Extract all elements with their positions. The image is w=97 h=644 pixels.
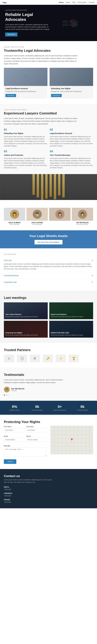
member-role-0: Office Manager bbox=[4, 224, 25, 225]
nav-links: Home About FAQ Pricing Plan Contact bbox=[59, 2, 95, 3]
experienced-desc: Lorem ipsum dolor sit amet, consectetur … bbox=[4, 117, 79, 125]
submit-button[interactable]: Submit bbox=[4, 459, 16, 464]
hero-cta-button[interactable]: Read More bbox=[5, 32, 17, 36]
last-name-input[interactable] bbox=[26, 428, 47, 432]
trustworthy-tag: EXPERT LAW SOLUTIONS bbox=[4, 46, 93, 48]
stat-label-0: Satisfied Clients bbox=[4, 409, 25, 411]
experienced-title: Experienced Lawyers Committed bbox=[4, 111, 93, 115]
service-item-1[interactable]: Criminal Defense ∨ bbox=[4, 272, 93, 279]
meeting-title-0: Your Justice Partners bbox=[5, 314, 38, 315]
first-name-label: First Name bbox=[4, 426, 24, 428]
chevron-icon-2: ∨ bbox=[92, 280, 93, 284]
lawyer-title-1: Legal Excellence Assured bbox=[50, 132, 93, 134]
contact-title: Contact us bbox=[4, 474, 93, 478]
card-defending-btn[interactable]: Read More bbox=[51, 94, 62, 97]
cta-title: Your Legal Shields Awaits bbox=[4, 234, 93, 238]
lawyer-desc-1: Lorem ipsum dolor sit amet, consectetur … bbox=[50, 136, 93, 147]
stat-3: 0k Corrupt Penalties bbox=[72, 404, 93, 411]
services-tag: OUR SERVICES bbox=[4, 254, 93, 255]
stat-2: 0+ Award Recognitions bbox=[49, 404, 71, 411]
nav-pricing[interactable]: Pricing Plan bbox=[78, 2, 87, 3]
team-member-2: 👩 bbox=[49, 208, 71, 225]
dot-0[interactable] bbox=[4, 394, 5, 396]
lawyer-title-3: Your Trusted Advocates bbox=[50, 154, 93, 156]
testimonial-avatar: 👩 bbox=[4, 386, 10, 392]
stat-num-0: 0% bbox=[4, 404, 25, 409]
member-role-1: Sales Manager bbox=[26, 224, 48, 225]
testimonial-name: NAT REYNOLDS bbox=[11, 388, 24, 390]
card-defending-image: 🏛 bbox=[50, 68, 93, 86]
phone-label: Phone bbox=[4, 499, 93, 501]
card-legal-text: Sample link. Click to select the Text El… bbox=[5, 90, 46, 93]
team-member-0: 👩 CELIA ALMEIDA Office Manager bbox=[4, 208, 25, 225]
stat-label-1: Expert Advocates bbox=[26, 409, 48, 411]
team-section: 👩 CELIA ALMEIDA Office Manager 👨 JACK AL… bbox=[0, 200, 97, 230]
message-textarea[interactable] bbox=[4, 447, 47, 456]
service-item-2[interactable]: Corporate Law ∨ bbox=[4, 279, 93, 286]
stat-label-2: Award Recognitions bbox=[49, 409, 71, 411]
card-defending-text: Sample link. Click to select the Text El… bbox=[51, 90, 92, 93]
contact-desc: Lorem ipsum dolor sit amet consectetur a… bbox=[4, 479, 56, 484]
meeting-card-1[interactable]: Expert Law Solutions At vero eos et accu… bbox=[49, 302, 93, 319]
partner-logo-2: 🏛 bbox=[30, 354, 40, 362]
team-member-1: 👨 JACK ALVAREZ Sales Manager bbox=[26, 208, 48, 225]
meeting-card-0[interactable]: Your Justice Partners At vero eos et acc… bbox=[4, 302, 48, 319]
card-defending: 🏛 Defending Your Rights Sample link. Cli… bbox=[50, 68, 93, 99]
lawyer-num-3: 04 bbox=[50, 150, 93, 153]
nav-faq[interactable]: FAQ bbox=[72, 2, 76, 3]
protect-map: 📍 bbox=[50, 426, 93, 464]
protect-section: Protecting Your Rights First Name Last N… bbox=[0, 415, 97, 469]
email-label: Email bbox=[4, 486, 93, 488]
meeting-card-3[interactable]: MARCH FOR OUR LIVES At vero eos et accus… bbox=[49, 321, 93, 338]
testimonials-title: Testimonials bbox=[4, 373, 93, 377]
service-name-0: Civil Law bbox=[4, 259, 12, 262]
meeting-title-3: MARCH FOR OUR LIVES bbox=[51, 332, 83, 334]
nav-about[interactable]: About bbox=[66, 2, 70, 3]
nav-contact[interactable]: Contact bbox=[89, 2, 95, 3]
email-input[interactable] bbox=[4, 438, 24, 442]
meeting-card-2[interactable]: Protecting Your Rights At vero eos et ac… bbox=[4, 321, 48, 338]
building-section bbox=[0, 174, 97, 200]
lawyer-num-1: 02 bbox=[50, 128, 93, 131]
dot-1[interactable] bbox=[6, 394, 7, 396]
service-desc-0: Lorem ipsum dolor sit amet, consectetur … bbox=[4, 263, 93, 270]
protect-form: First Name Last Name Email Phone bbox=[4, 426, 47, 464]
partner-logo-4: ⚡ bbox=[56, 354, 66, 362]
services-section: OUR SERVICES Civil Law ∨ Lorem ipsum dol… bbox=[0, 248, 97, 291]
lawyer-desc-2: Lorem ipsum dolor sit amet, consectetur … bbox=[4, 157, 47, 169]
card-legal-excellence: ⚖ Legal Excellence Assured Sample link. … bbox=[4, 68, 47, 99]
address-value: +000-000 bbox=[4, 495, 93, 497]
dot-2[interactable] bbox=[7, 394, 8, 396]
member-name-3: NAT REYNOLDS bbox=[72, 222, 93, 224]
logo[interactable]: logo bbox=[2, 1, 7, 4]
card-legal-btn[interactable]: Read More bbox=[5, 94, 16, 97]
experienced-tag: YOUR TRUSTED ADVOCATES bbox=[4, 109, 93, 110]
partners-section: Trusted Partners ⚖ 📋 🏛 🔑 ⚡ 🏆 bbox=[0, 343, 97, 368]
lawyer-item-2: 03 Justice and Protection Lorem ipsum do… bbox=[4, 150, 47, 169]
lawyer-title-2: Justice and Protection bbox=[4, 154, 47, 156]
message-label: Message bbox=[4, 445, 47, 447]
last-name-label: Last Name bbox=[26, 426, 47, 428]
hero-desc: Lorem ipsum dolor sit amet, consectetur … bbox=[5, 24, 50, 30]
meeting-desc-0: At vero eos et accusam et justo duo dolo… bbox=[5, 316, 38, 318]
member-role-3: Accountant auditor bbox=[72, 224, 93, 225]
partner-logo-3: 🔑 bbox=[43, 354, 53, 362]
lawyer-item-1: 02 Legal Excellence Assured Lorem ipsum … bbox=[50, 128, 93, 147]
testimonial-text: Lorem ipsum dolor sit amet, consectetur … bbox=[4, 378, 69, 384]
nav-home[interactable]: Home bbox=[59, 2, 64, 3]
first-name-input[interactable] bbox=[4, 428, 24, 432]
phone-label: Phone bbox=[26, 435, 47, 437]
phone-input[interactable] bbox=[26, 438, 47, 442]
partner-logo-0: ⚖ bbox=[4, 354, 14, 362]
meetings-title: Last meetings bbox=[4, 296, 93, 300]
stat-num-2: 0+ bbox=[49, 404, 71, 409]
email-value: +000-000 bbox=[4, 488, 93, 490]
cta-button[interactable]: Get Your Free Consultation bbox=[34, 240, 63, 244]
chevron-icon-0: ∨ bbox=[92, 259, 93, 262]
card-defending-title: Defending Your Rights bbox=[51, 88, 92, 90]
card-legal-title: Legal Excellence Assured bbox=[5, 88, 46, 90]
service-item-0[interactable]: Civil Law ∨ Lorem ipsum dolor sit amet, … bbox=[4, 257, 93, 272]
trustworthy-section: EXPERT LAW SOLUTIONS Trustworthy Legal A… bbox=[0, 41, 97, 104]
lawyer-num-2: 03 bbox=[4, 150, 47, 153]
trustworthy-title: Trustworthy Legal Advocates bbox=[4, 48, 93, 52]
